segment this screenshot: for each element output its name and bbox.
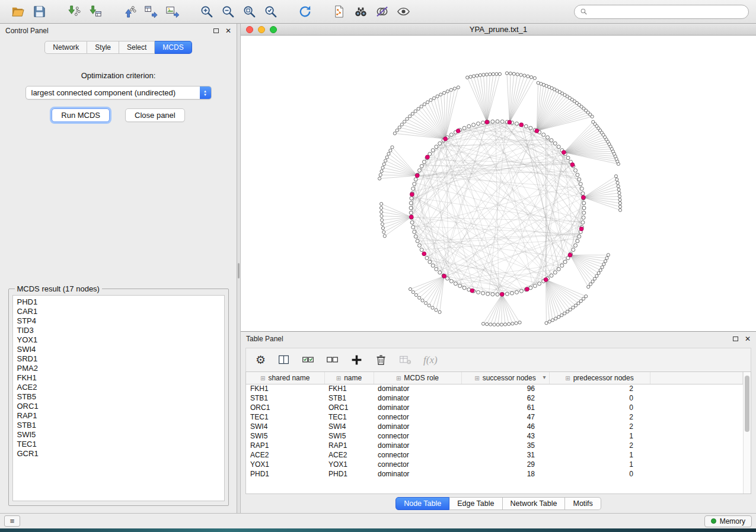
tab-network[interactable]: Network	[44, 41, 87, 54]
table-cell[interactable]	[650, 450, 743, 460]
table-cell[interactable]: 47	[461, 412, 549, 422]
mcds-result-item[interactable]: SWI4	[17, 345, 220, 354]
table-cell[interactable]: FKH1	[246, 384, 324, 393]
table-cell[interactable]: 31	[461, 450, 549, 460]
mcds-result-item[interactable]: STP4	[17, 316, 220, 326]
tab-node-table[interactable]: Node Table	[395, 497, 449, 510]
optimization-criterion-select[interactable]: largest connected component (undirected)…	[25, 86, 212, 100]
mcds-result-list[interactable]: PHD1CAR1STP4TID3YOX1SWI4SRD1PMA2FKH1ACE2…	[12, 295, 225, 501]
table-cell[interactable]: dominator	[374, 384, 461, 393]
table-cell[interactable]: 96	[461, 384, 549, 393]
table-cell[interactable]: 46	[461, 422, 549, 431]
table-row[interactable]: SWI5SWI5connector431	[246, 431, 743, 441]
table-cell[interactable]: dominator	[374, 422, 461, 431]
column-header-name[interactable]: ⊞name	[324, 372, 374, 384]
table-cell[interactable]: ORC1	[324, 403, 374, 412]
find-button[interactable]	[350, 2, 371, 21]
window-zoom-button[interactable]	[270, 26, 277, 33]
table-row[interactable]: STB1STB1dominator620	[246, 393, 743, 403]
table-cell[interactable]: STB1	[324, 393, 374, 403]
mcds-result-item[interactable]: RAP1	[17, 411, 220, 421]
vertical-splitter[interactable]	[237, 24, 241, 513]
table-cell[interactable]: 29	[461, 460, 549, 469]
table-cell[interactable]: connector	[374, 460, 461, 469]
table-cell[interactable]: FKH1	[324, 384, 374, 393]
network-window-titlebar[interactable]: YPA_prune.txt_1	[241, 24, 756, 36]
table-cell[interactable]: dominator	[374, 441, 461, 450]
mcds-result-item[interactable]: SRD1	[17, 354, 220, 364]
table-cell[interactable]	[650, 393, 743, 403]
table-cell[interactable]: ORC1	[246, 403, 324, 412]
mcds-result-item[interactable]: SWI5	[17, 430, 220, 440]
export-network-button[interactable]	[119, 2, 140, 21]
tab-motifs[interactable]: Motifs	[565, 497, 601, 510]
mcds-result-item[interactable]: PMA2	[17, 364, 220, 373]
table-cell[interactable]: 1	[549, 460, 650, 469]
show-graphics-details-button[interactable]	[393, 2, 414, 21]
table-cell[interactable]: 0	[549, 403, 650, 412]
table-cell[interactable]	[650, 431, 743, 441]
new-network-from-selection-button[interactable]	[328, 2, 350, 21]
mcds-result-item[interactable]: TEC1	[17, 440, 220, 449]
close-panel-button[interactable]: Close panel	[125, 108, 185, 122]
table-cell[interactable]: RAP1	[246, 441, 324, 450]
import-table-button[interactable]	[84, 2, 106, 21]
table-cell[interactable]: dominator	[374, 403, 461, 412]
close-table-panel-icon[interactable]: ✕	[745, 335, 751, 342]
mcds-result-item[interactable]: STB5	[17, 392, 220, 402]
window-minimize-button[interactable]	[258, 26, 265, 33]
table-cell[interactable]	[650, 441, 743, 450]
table-row[interactable]: SWI4SWI4dominator462	[246, 422, 743, 431]
table-cell[interactable]	[650, 422, 743, 431]
table-cell[interactable]: 62	[461, 393, 549, 403]
table-cell[interactable]: connector	[374, 412, 461, 422]
table-cell[interactable]: 1	[549, 450, 650, 460]
select-all-button[interactable]	[302, 352, 314, 368]
tab-style[interactable]: Style	[87, 41, 119, 54]
mcds-result-item[interactable]: GCR1	[17, 449, 220, 459]
close-panel-icon[interactable]: ✕	[225, 27, 231, 34]
table-row[interactable]: ACE2ACE2connector311	[246, 450, 743, 460]
export-table-button[interactable]	[140, 2, 161, 21]
float-table-panel-icon[interactable]	[733, 336, 738, 341]
table-cell[interactable]: dominator	[374, 469, 461, 479]
column-header-successor-nodes[interactable]: ⊞successor nodes▾	[461, 372, 549, 384]
table-scrollbar[interactable]	[743, 372, 751, 493]
delete-column-button[interactable]	[375, 352, 387, 368]
table-cell[interactable]: dominator	[374, 393, 461, 403]
table-row[interactable]: ORC1ORC1dominator610	[246, 403, 743, 412]
add-column-button[interactable]	[350, 352, 363, 368]
table-cell[interactable]: 2	[549, 384, 650, 393]
tab-select[interactable]: Select	[119, 41, 155, 54]
table-cell[interactable]: PHD1	[324, 469, 374, 479]
table-cell[interactable]: TEC1	[246, 412, 324, 422]
show-columns-button[interactable]	[277, 352, 290, 368]
deselect-all-button[interactable]	[326, 352, 339, 368]
hide-selected-button[interactable]	[371, 2, 393, 21]
table-cell[interactable]: 2	[549, 422, 650, 431]
splitter-grip[interactable]	[238, 263, 240, 278]
table-row[interactable]: TEC1TEC1connector472	[246, 412, 743, 422]
mcds-result-item[interactable]: YOX1	[17, 335, 220, 345]
zoom-out-button[interactable]	[217, 2, 238, 21]
table-cell[interactable]: 0	[549, 393, 650, 403]
mcds-result-item[interactable]: TID3	[17, 326, 220, 335]
table-row[interactable]: FKH1FKH1dominator962	[246, 384, 743, 393]
mcds-result-item[interactable]: STB1	[17, 421, 220, 430]
table-cell[interactable]: connector	[374, 450, 461, 460]
import-network-button[interactable]	[63, 2, 84, 21]
table-cell[interactable]	[650, 460, 743, 469]
network-canvas[interactable]	[241, 36, 756, 331]
table-cell[interactable]: 0	[549, 469, 650, 479]
zoom-selected-button[interactable]	[260, 2, 281, 21]
table-cell[interactable]: SWI5	[246, 431, 324, 441]
zoom-fit-button[interactable]	[238, 2, 260, 21]
mcds-result-item[interactable]: ACE2	[17, 383, 220, 392]
table-cell[interactable]: YOX1	[246, 460, 324, 469]
column-header-predecessor-nodes[interactable]: ⊞predecessor nodes	[549, 372, 650, 384]
search-box[interactable]	[574, 5, 749, 19]
table-cell[interactable]: connector	[374, 431, 461, 441]
float-panel-icon[interactable]	[213, 28, 219, 33]
memory-button[interactable]: Memory	[704, 515, 752, 527]
table-cell[interactable]: PHD1	[246, 469, 324, 479]
